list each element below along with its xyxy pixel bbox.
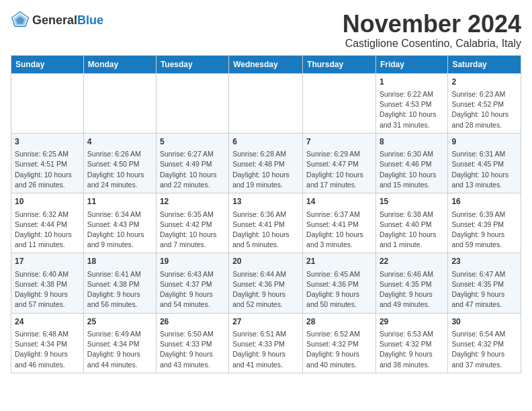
day-detail: Sunrise: 6:47 AM Sunset: 4:35 PM Dayligh… bbox=[451, 269, 517, 310]
day-detail: Sunrise: 6:39 AM Sunset: 4:39 PM Dayligh… bbox=[451, 210, 517, 250]
day-number: 17 bbox=[15, 256, 80, 267]
calendar-cell: 18Sunrise: 6:41 AM Sunset: 4:38 PM Dayli… bbox=[83, 253, 156, 313]
calendar-body: 1Sunrise: 6:22 AM Sunset: 4:53 PM Daylig… bbox=[11, 73, 521, 373]
day-number: 6 bbox=[232, 136, 299, 148]
day-number: 13 bbox=[232, 196, 299, 208]
calendar-week-row: 17Sunrise: 6:40 AM Sunset: 4:38 PM Dayli… bbox=[11, 253, 521, 313]
day-detail: Sunrise: 6:48 AM Sunset: 4:34 PM Dayligh… bbox=[15, 329, 80, 370]
calendar-cell: 7Sunrise: 6:29 AM Sunset: 4:47 PM Daylig… bbox=[303, 133, 376, 193]
calendar-cell: 30Sunrise: 6:54 AM Sunset: 4:32 PM Dayli… bbox=[448, 313, 521, 373]
day-number: 21 bbox=[306, 256, 372, 267]
day-detail: Sunrise: 6:25 AM Sunset: 4:51 PM Dayligh… bbox=[15, 149, 80, 190]
day-number: 30 bbox=[451, 316, 517, 328]
calendar-cell: 20Sunrise: 6:44 AM Sunset: 4:36 PM Dayli… bbox=[229, 253, 303, 313]
day-detail: Sunrise: 6:26 AM Sunset: 4:50 PM Dayligh… bbox=[87, 149, 152, 190]
day-detail: Sunrise: 6:27 AM Sunset: 4:49 PM Dayligh… bbox=[160, 149, 225, 190]
logo-text: GeneralBlue bbox=[32, 13, 103, 28]
calendar-cell: 3Sunrise: 6:25 AM Sunset: 4:51 PM Daylig… bbox=[11, 133, 84, 193]
calendar-cell bbox=[303, 73, 376, 133]
day-number: 22 bbox=[380, 256, 444, 267]
day-detail: Sunrise: 6:45 AM Sunset: 4:36 PM Dayligh… bbox=[306, 269, 372, 310]
day-number: 20 bbox=[232, 256, 299, 267]
day-number: 25 bbox=[87, 316, 152, 328]
day-number: 15 bbox=[380, 196, 444, 208]
calendar-cell: 4Sunrise: 6:26 AM Sunset: 4:50 PM Daylig… bbox=[83, 133, 156, 193]
calendar-cell: 23Sunrise: 6:47 AM Sunset: 4:35 PM Dayli… bbox=[448, 253, 521, 313]
calendar-cell: 2Sunrise: 6:23 AM Sunset: 4:52 PM Daylig… bbox=[448, 73, 521, 133]
page-header: GeneralBlue November 2024 Castiglione Co… bbox=[11, 11, 521, 50]
day-detail: Sunrise: 6:40 AM Sunset: 4:38 PM Dayligh… bbox=[15, 269, 80, 310]
calendar-cell: 1Sunrise: 6:22 AM Sunset: 4:53 PM Daylig… bbox=[375, 73, 447, 133]
header-day: Tuesday bbox=[156, 55, 228, 73]
logo-icon bbox=[11, 11, 30, 30]
day-detail: Sunrise: 6:35 AM Sunset: 4:42 PM Dayligh… bbox=[160, 210, 225, 250]
day-detail: Sunrise: 6:43 AM Sunset: 4:37 PM Dayligh… bbox=[160, 269, 225, 310]
calendar-week-row: 1Sunrise: 6:22 AM Sunset: 4:53 PM Daylig… bbox=[11, 73, 521, 133]
calendar-cell: 15Sunrise: 6:38 AM Sunset: 4:40 PM Dayli… bbox=[375, 193, 447, 253]
day-number: 4 bbox=[87, 136, 152, 148]
calendar-week-row: 24Sunrise: 6:48 AM Sunset: 4:34 PM Dayli… bbox=[11, 313, 521, 373]
calendar-cell: 10Sunrise: 6:32 AM Sunset: 4:44 PM Dayli… bbox=[11, 193, 84, 253]
calendar-cell: 12Sunrise: 6:35 AM Sunset: 4:42 PM Dayli… bbox=[156, 193, 228, 253]
day-detail: Sunrise: 6:46 AM Sunset: 4:35 PM Dayligh… bbox=[380, 269, 444, 310]
calendar-cell bbox=[83, 73, 156, 133]
day-detail: Sunrise: 6:41 AM Sunset: 4:38 PM Dayligh… bbox=[87, 269, 152, 310]
calendar-cell: 14Sunrise: 6:37 AM Sunset: 4:41 PM Dayli… bbox=[303, 193, 376, 253]
calendar-cell: 27Sunrise: 6:51 AM Sunset: 4:33 PM Dayli… bbox=[229, 313, 303, 373]
day-detail: Sunrise: 6:49 AM Sunset: 4:34 PM Dayligh… bbox=[87, 329, 152, 370]
day-number: 27 bbox=[232, 316, 299, 328]
day-detail: Sunrise: 6:32 AM Sunset: 4:44 PM Dayligh… bbox=[15, 210, 80, 250]
day-number: 11 bbox=[87, 196, 152, 208]
day-number: 29 bbox=[380, 316, 444, 328]
title-block: November 2024 Castiglione Cosentino, Cal… bbox=[343, 11, 521, 50]
day-number: 2 bbox=[451, 77, 517, 88]
calendar-header-row: SundayMondayTuesdayWednesdayThursdayFrid… bbox=[11, 55, 521, 73]
logo-general: General bbox=[32, 13, 77, 27]
calendar-cell: 8Sunrise: 6:30 AM Sunset: 4:46 PM Daylig… bbox=[375, 133, 447, 193]
calendar-cell: 19Sunrise: 6:43 AM Sunset: 4:37 PM Dayli… bbox=[156, 253, 228, 313]
day-number: 5 bbox=[160, 136, 225, 148]
day-number: 8 bbox=[380, 136, 444, 148]
calendar-cell: 5Sunrise: 6:27 AM Sunset: 4:49 PM Daylig… bbox=[156, 133, 228, 193]
calendar-cell: 22Sunrise: 6:46 AM Sunset: 4:35 PM Dayli… bbox=[375, 253, 447, 313]
calendar-cell bbox=[229, 73, 303, 133]
calendar-cell: 28Sunrise: 6:52 AM Sunset: 4:32 PM Dayli… bbox=[303, 313, 376, 373]
day-number: 10 bbox=[15, 196, 80, 208]
header-day: Wednesday bbox=[229, 55, 303, 73]
calendar-cell: 13Sunrise: 6:36 AM Sunset: 4:41 PM Dayli… bbox=[229, 193, 303, 253]
day-detail: Sunrise: 6:53 AM Sunset: 4:32 PM Dayligh… bbox=[380, 329, 444, 370]
day-detail: Sunrise: 6:23 AM Sunset: 4:52 PM Dayligh… bbox=[451, 89, 517, 130]
day-detail: Sunrise: 6:22 AM Sunset: 4:53 PM Dayligh… bbox=[380, 89, 444, 130]
month-title: November 2024 bbox=[343, 11, 521, 38]
day-detail: Sunrise: 6:52 AM Sunset: 4:32 PM Dayligh… bbox=[306, 329, 372, 370]
calendar-cell: 11Sunrise: 6:34 AM Sunset: 4:43 PM Dayli… bbox=[83, 193, 156, 253]
calendar-cell bbox=[156, 73, 228, 133]
day-number: 18 bbox=[87, 256, 152, 267]
day-number: 16 bbox=[451, 196, 517, 208]
day-detail: Sunrise: 6:34 AM Sunset: 4:43 PM Dayligh… bbox=[87, 210, 152, 250]
logo-blue: Blue bbox=[77, 13, 103, 27]
day-number: 9 bbox=[451, 136, 517, 148]
day-detail: Sunrise: 6:37 AM Sunset: 4:41 PM Dayligh… bbox=[306, 210, 372, 250]
day-detail: Sunrise: 6:54 AM Sunset: 4:32 PM Dayligh… bbox=[451, 329, 517, 370]
day-detail: Sunrise: 6:28 AM Sunset: 4:48 PM Dayligh… bbox=[232, 149, 299, 190]
calendar-cell: 17Sunrise: 6:40 AM Sunset: 4:38 PM Dayli… bbox=[11, 253, 84, 313]
location-title: Castiglione Cosentino, Calabria, Italy bbox=[343, 38, 521, 50]
logo: GeneralBlue bbox=[11, 11, 103, 30]
day-detail: Sunrise: 6:36 AM Sunset: 4:41 PM Dayligh… bbox=[232, 210, 299, 250]
day-detail: Sunrise: 6:44 AM Sunset: 4:36 PM Dayligh… bbox=[232, 269, 299, 310]
day-number: 14 bbox=[306, 196, 372, 208]
day-number: 28 bbox=[306, 316, 372, 328]
header-day: Thursday bbox=[303, 55, 376, 73]
calendar-cell: 24Sunrise: 6:48 AM Sunset: 4:34 PM Dayli… bbox=[11, 313, 84, 373]
day-number: 3 bbox=[15, 136, 80, 148]
calendar-table: SundayMondayTuesdayWednesdayThursdayFrid… bbox=[11, 55, 521, 373]
header-day: Sunday bbox=[11, 55, 84, 73]
day-number: 12 bbox=[160, 196, 225, 208]
day-detail: Sunrise: 6:29 AM Sunset: 4:47 PM Dayligh… bbox=[306, 149, 372, 190]
header-day: Friday bbox=[375, 55, 447, 73]
day-detail: Sunrise: 6:51 AM Sunset: 4:33 PM Dayligh… bbox=[232, 329, 299, 370]
calendar-cell: 25Sunrise: 6:49 AM Sunset: 4:34 PM Dayli… bbox=[83, 313, 156, 373]
day-detail: Sunrise: 6:50 AM Sunset: 4:33 PM Dayligh… bbox=[160, 329, 225, 370]
day-detail: Sunrise: 6:31 AM Sunset: 4:45 PM Dayligh… bbox=[451, 149, 517, 190]
